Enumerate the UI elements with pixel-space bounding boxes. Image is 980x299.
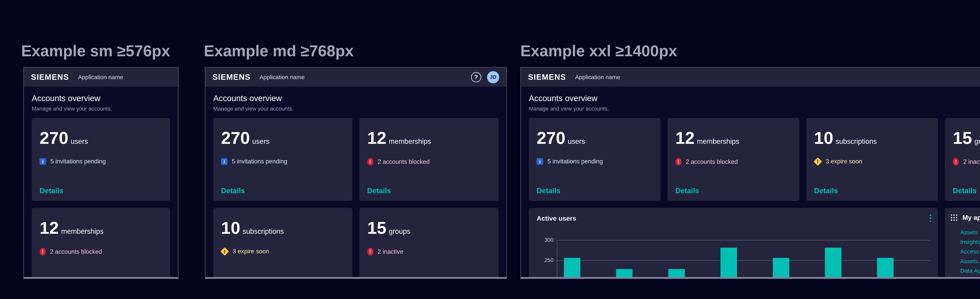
stat-card-subscriptions: 10 subscriptions ! 3 expire soon Details <box>807 118 938 201</box>
status-row: ! 2 accounts blocked <box>367 158 491 165</box>
bar <box>877 258 894 279</box>
stat-value: 270 <box>537 129 565 146</box>
bar <box>773 258 789 279</box>
list-item: Access key› <box>960 248 980 254</box>
stat-card-subscriptions: 10 subscriptions ! 3 expire soon Details <box>213 208 352 279</box>
bar <box>564 258 581 279</box>
stat-value-row: 12 memberships <box>40 219 162 237</box>
stat-label: memberships <box>389 137 431 146</box>
page: { "page": { "headings": ["Example sm ≥57… <box>0 0 980 299</box>
page-subtitle: Manage and view your accounts. <box>529 105 980 112</box>
alarm-icon: ! <box>367 158 373 165</box>
panel-body: Accounts overview Manage and view your a… <box>521 87 980 279</box>
stat-card-memberships: 12 memberships ! 2 accounts blocked Deta… <box>32 208 170 279</box>
status-text: 5 invitations pending <box>50 158 106 165</box>
stat-value-row: 12 memberships <box>675 129 791 146</box>
stat-card-memberships: 12 memberships ! 2 accounts blocked Deta… <box>360 118 499 201</box>
status-row: ! 2 accounts blocked <box>675 158 791 165</box>
status-text: 3 expire soon <box>826 158 862 165</box>
list-item: Assets flow› <box>960 229 980 235</box>
info-glyph: i <box>224 159 225 164</box>
details-link[interactable]: Details <box>953 187 977 195</box>
stats-grid: 270 users i 5 invitations pending Detail… <box>32 118 170 279</box>
list-item: Insights› <box>960 239 980 245</box>
stat-value-row: 270 users <box>40 129 162 146</box>
stat-card-groups: 15 groups ! 2 inactive Details <box>945 118 980 201</box>
alarm-icon: ! <box>675 158 681 165</box>
details-link[interactable]: Details <box>221 187 245 195</box>
stat-label: memberships <box>61 227 103 235</box>
bar <box>721 248 737 279</box>
stat-label: subscriptions <box>243 227 284 235</box>
stat-value: 10 <box>814 129 834 146</box>
status-text: 2 accounts blocked <box>686 158 738 165</box>
details-link[interactable]: Details <box>537 187 560 195</box>
avatar[interactable]: JD <box>487 71 499 83</box>
details-link[interactable]: Details <box>40 187 63 195</box>
stat-value: 12 <box>40 219 59 237</box>
page-title: Accounts overview <box>529 94 980 103</box>
app-link-label: Assets App <box>960 258 980 264</box>
breakpoint-heading-sm: Example sm ≥576px <box>21 42 170 60</box>
details-link[interactable]: Details <box>221 277 245 279</box>
bar <box>668 269 685 279</box>
siemens-logo: SIEMENS <box>31 73 69 81</box>
details-link[interactable]: Details <box>40 277 63 279</box>
app-link-label: Access key <box>960 248 980 254</box>
details-link[interactable]: Details <box>367 277 391 279</box>
my-apps-title: My apps <box>963 214 980 221</box>
app-link-label: Assets flow <box>960 229 980 235</box>
details-link[interactable]: Details <box>675 187 699 195</box>
status-text: 3 expire soon <box>233 248 269 255</box>
warning-glyph: ! <box>224 249 226 254</box>
app-link[interactable]: Assets flow› <box>960 229 980 235</box>
y-tick-label: 300 <box>529 237 554 243</box>
status-row: i 5 invitations pending <box>40 158 162 165</box>
app-link[interactable]: Access key› <box>960 248 980 254</box>
status-row: ! 2 inactive <box>953 158 980 165</box>
list-item: Data App› <box>960 268 980 274</box>
breakpoint-panel-sm: SIEMENS Application name Accounts overvi… <box>23 67 178 279</box>
stat-value: 270 <box>221 129 250 146</box>
stat-card-users: 270 users i 5 invitations pending Detail… <box>213 118 352 201</box>
stat-value-row: 15 groups <box>953 129 980 146</box>
alarm-glyph: ! <box>955 159 957 164</box>
app-link-label: Insights <box>960 239 980 245</box>
alarm-icon: ! <box>367 248 373 256</box>
stat-value: 15 <box>367 219 387 237</box>
help-button[interactable]: ? <box>471 72 481 82</box>
stat-label: groups <box>389 227 410 235</box>
app-link[interactable]: Data App› <box>960 268 980 274</box>
stat-card-users: 270 users i 5 invitations pending Detail… <box>529 118 660 201</box>
app-link[interactable]: Assets App› <box>960 258 980 264</box>
status-text: 2 inactive <box>963 158 980 165</box>
stat-value-row: 12 memberships <box>367 129 491 146</box>
warning-glyph: ! <box>817 159 819 164</box>
stat-card-memberships: 12 memberships ! 2 accounts blocked Deta… <box>668 118 799 201</box>
info-glyph: i <box>539 159 541 164</box>
gridline <box>557 260 930 261</box>
stat-value: 15 <box>953 129 972 146</box>
status-row: ! 3 expire soon <box>221 248 345 255</box>
question-icon: ? <box>474 74 478 80</box>
app-link[interactable]: Insights› <box>960 239 980 245</box>
y-axis <box>557 240 557 279</box>
avatar-initials: JD <box>490 74 496 80</box>
status-text: 2 accounts blocked <box>50 248 102 255</box>
breakpoint-panel-xxl: SIEMENS Application name ? JD Accounts o… <box>520 67 980 279</box>
app-name: Application name <box>259 74 305 81</box>
details-link[interactable]: Details <box>367 187 391 195</box>
alarm-glyph: ! <box>678 159 679 164</box>
app-link-label: Data App <box>960 268 980 274</box>
panel-body: Accounts overview Manage and view your a… <box>24 87 178 279</box>
app-name: Application name <box>78 74 123 81</box>
app-header: SIEMENS Application name <box>24 68 178 87</box>
details-link[interactable]: Details <box>814 187 838 195</box>
status-text: 5 invitations pending <box>232 158 287 165</box>
status-text: 5 invitations pending <box>547 158 603 165</box>
stat-label: memberships <box>697 137 739 146</box>
breakpoint-heading-xxl: Example xxl ≥1400px <box>520 42 677 60</box>
breakpoint-panel-md: SIEMENS Application name ? JD Accounts o… <box>205 67 507 279</box>
status-text: 2 inactive <box>378 248 403 255</box>
warning-icon: ! <box>813 157 822 166</box>
